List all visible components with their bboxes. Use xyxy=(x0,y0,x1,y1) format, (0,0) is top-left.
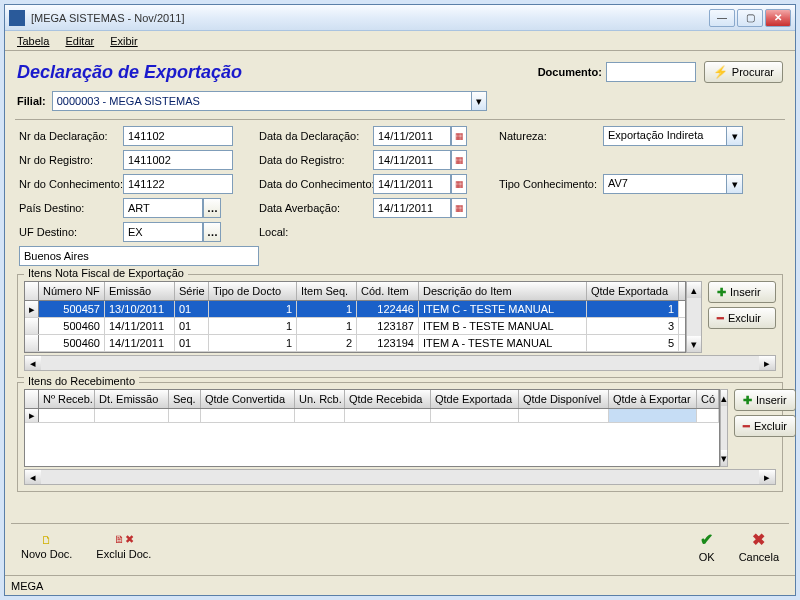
filial-input[interactable]: 0000003 - MEGA SISTEMAS xyxy=(52,91,472,111)
pais-label: País Destino: xyxy=(19,202,119,214)
filial-label: Filial: xyxy=(17,95,46,107)
itens-recebimento-groupbox: Itens do Recebimento Nº Receb. Dt. Emiss… xyxy=(17,382,783,492)
procurar-button[interactable]: ⚡Procurar xyxy=(704,61,783,83)
documento-input[interactable] xyxy=(606,62,696,82)
uf-label: UF Destino: xyxy=(19,226,119,238)
excluir-button[interactable]: ━Excluir xyxy=(708,307,776,329)
local-input[interactable] xyxy=(19,246,259,266)
date-picker-icon[interactable]: ▦ xyxy=(451,150,467,170)
nr-con-label: Nr do Conhecimento: xyxy=(19,178,119,190)
natureza-combo[interactable]: Exportação Indireta▾ xyxy=(603,126,743,146)
data-averb-label: Data Averbação: xyxy=(259,202,369,214)
excluir-button[interactable]: ━Excluir xyxy=(734,415,796,437)
table-row[interactable]: 50046014/11/20110111123187ITEM B - TESTE… xyxy=(25,318,685,335)
data-reg-label: Data do Registro: xyxy=(259,154,369,166)
page-title: Declaração de Exportação xyxy=(17,62,538,83)
vertical-scrollbar[interactable]: ▴▾ xyxy=(720,389,728,467)
close-button[interactable]: ✕ xyxy=(765,9,791,27)
date-picker-icon[interactable]: ▦ xyxy=(451,198,467,218)
documento-label: Documento: xyxy=(538,66,602,78)
data-averb-input[interactable] xyxy=(373,198,451,218)
data-decl-input[interactable] xyxy=(373,126,451,146)
itens-nf-grid[interactable]: Número NF Emissão Série Tipo de Docto It… xyxy=(24,281,686,353)
nr-con-input[interactable] xyxy=(123,174,233,194)
ok-button[interactable]: ✔OK xyxy=(699,530,715,563)
menu-editar[interactable]: Editar xyxy=(59,33,100,49)
row-indicator-icon: ▸ xyxy=(25,409,39,422)
tipo-con-label: Tipo Conhecimento: xyxy=(499,178,599,190)
data-decl-label: Data da Declaração: xyxy=(259,130,369,142)
plus-icon: ✚ xyxy=(743,394,752,407)
chevron-down-icon: ▾ xyxy=(727,174,743,194)
local-label: Local: xyxy=(259,226,369,238)
maximize-button[interactable]: ▢ xyxy=(737,9,763,27)
nr-reg-input[interactable] xyxy=(123,150,233,170)
titlebar: [MEGA SISTEMAS - Nov/2011] — ▢ ✕ xyxy=(5,5,795,31)
table-row[interactable]: ▸ xyxy=(25,409,719,423)
nr-reg-label: Nr do Registro: xyxy=(19,154,119,166)
cancel-icon: ✖ xyxy=(752,530,765,549)
uf-input[interactable] xyxy=(123,222,203,242)
app-icon xyxy=(9,10,25,26)
status-text: MEGA xyxy=(11,580,43,592)
row-indicator-icon: ▸ xyxy=(25,301,39,317)
menu-exibir[interactable]: Exibir xyxy=(104,33,144,49)
nr-decl-label: Nr da Declaração: xyxy=(19,130,119,142)
inserir-button[interactable]: ✚Inserir xyxy=(708,281,776,303)
minus-icon: ━ xyxy=(717,312,724,325)
filial-dropdown-icon[interactable]: ▾ xyxy=(471,91,487,111)
data-con-label: Data do Conhecimento: xyxy=(259,178,369,190)
tipo-con-combo[interactable]: AV7▾ xyxy=(603,174,743,194)
minus-icon: ━ xyxy=(743,420,750,433)
chevron-down-icon: ▾ xyxy=(727,126,743,146)
inserir-button[interactable]: ✚Inserir xyxy=(734,389,796,411)
new-doc-icon: 🗋 xyxy=(41,534,52,546)
date-picker-icon[interactable]: ▦ xyxy=(451,126,467,146)
data-con-input[interactable] xyxy=(373,174,451,194)
delete-doc-icon: 🗎✖ xyxy=(114,533,134,546)
lookup-button[interactable]: … xyxy=(203,222,221,242)
menubar: Tabela Editar Exibir xyxy=(5,31,795,51)
natureza-label: Natureza: xyxy=(499,130,599,142)
table-row[interactable]: 50046014/11/20110112123194ITEM A - TESTE… xyxy=(25,335,685,352)
lightning-icon: ⚡ xyxy=(713,65,728,79)
itens-recebimento-grid[interactable]: Nº Receb. Dt. Emissão Seq. Qtde Converti… xyxy=(24,389,720,467)
cancela-button[interactable]: ✖Cancela xyxy=(739,530,779,563)
vertical-scrollbar[interactable]: ▴▾ xyxy=(686,281,702,353)
horizontal-scrollbar[interactable]: ◂▸ xyxy=(24,469,776,485)
pais-input[interactable] xyxy=(123,198,203,218)
itens-nf-groupbox: Itens Nota Fiscal de Exportação Número N… xyxy=(17,274,783,378)
minimize-button[interactable]: — xyxy=(709,9,735,27)
horizontal-scrollbar[interactable]: ◂▸ xyxy=(24,355,776,371)
lookup-button[interactable]: … xyxy=(203,198,221,218)
date-picker-icon[interactable]: ▦ xyxy=(451,174,467,194)
table-row[interactable]: ▸ 50045713/10/20110111122446ITEM C - TES… xyxy=(25,301,685,318)
data-reg-input[interactable] xyxy=(373,150,451,170)
exclui-doc-button[interactable]: 🗎✖Exclui Doc. xyxy=(96,533,151,560)
menu-tabela[interactable]: Tabela xyxy=(11,33,55,49)
window-title: [MEGA SISTEMAS - Nov/2011] xyxy=(31,12,709,24)
novo-doc-button[interactable]: 🗋Novo Doc. xyxy=(21,534,72,560)
nr-decl-input[interactable] xyxy=(123,126,233,146)
check-icon: ✔ xyxy=(700,530,713,549)
statusbar: MEGA xyxy=(5,575,795,595)
plus-icon: ✚ xyxy=(717,286,726,299)
